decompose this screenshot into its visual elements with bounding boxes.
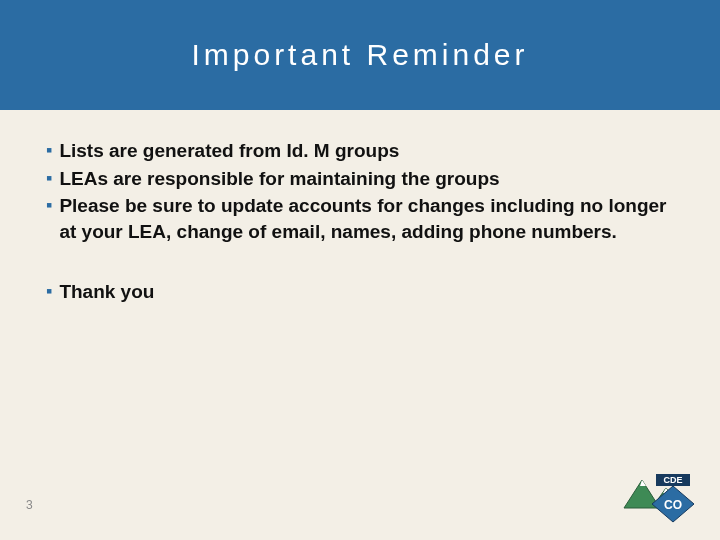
page-title: Important Reminder <box>191 38 528 72</box>
list-item: ▪ Lists are generated from Id. M groups <box>46 138 674 164</box>
logo-banner-text: CDE <box>663 475 682 485</box>
list-item: ▪ Please be sure to update accounts for … <box>46 193 674 244</box>
bullet-icon: ▪ <box>46 193 52 218</box>
bullet-group-2: ▪ Thank you <box>46 279 674 305</box>
logo-icon: CDE CO <box>616 464 702 526</box>
list-item: ▪ Thank you <box>46 279 674 305</box>
bullet-group-1: ▪ Lists are generated from Id. M groups … <box>46 138 674 245</box>
cde-logo: CDE CO <box>616 464 702 530</box>
bullet-text: LEAs are responsible for maintaining the… <box>59 166 674 192</box>
bullet-text: Lists are generated from Id. M groups <box>59 138 674 164</box>
logo-badge-text: CO <box>664 498 682 512</box>
title-bar: Important Reminder <box>0 0 720 110</box>
page-number: 3 <box>26 498 33 512</box>
bullet-icon: ▪ <box>46 166 52 191</box>
bullet-icon: ▪ <box>46 138 52 163</box>
bullet-text: Please be sure to update accounts for ch… <box>59 193 674 244</box>
content-area: ▪ Lists are generated from Id. M groups … <box>0 110 720 304</box>
bullet-icon: ▪ <box>46 279 52 304</box>
list-item: ▪ LEAs are responsible for maintaining t… <box>46 166 674 192</box>
bullet-text: Thank you <box>59 279 674 305</box>
